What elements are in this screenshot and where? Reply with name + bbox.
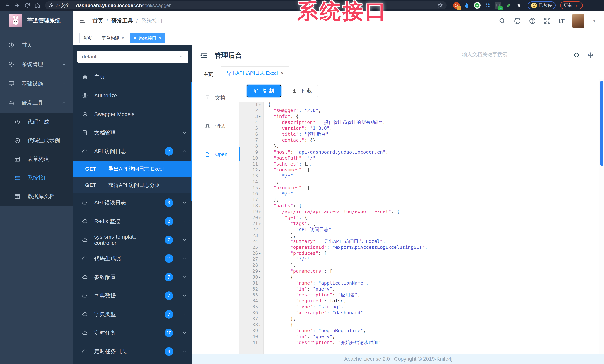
url-host[interactable]: dashboard.yudao.iocoder.cn [76, 3, 142, 8]
swagger-nav-字典类型[interactable]: 字典类型7 [73, 305, 192, 324]
fullscreen-icon[interactable] [544, 17, 551, 24]
code-line: 27 "*/*" [239, 256, 604, 262]
swagger-nav-定时任务[interactable]: 定时任务10 [73, 324, 192, 342]
sidebar-item-代码生成示例[interactable]: 代码生成示例 [0, 131, 73, 150]
ext-green-check-icon[interactable] [474, 2, 480, 9]
copy-button[interactable]: 复 制 [247, 85, 281, 97]
sidebar-menu: 首页系统管理基础设施研发工具代码生成代码生成示例表单构建系统接口数据库文档 [0, 30, 73, 364]
browser-home-button[interactable] [33, 1, 42, 10]
search-icon[interactable] [499, 17, 506, 24]
code-line: 37 }, [239, 316, 604, 322]
swagger-nav-label: 字典数据 [94, 292, 116, 300]
api-operation-获得API 访问日志分页[interactable]: GET获得API 访问日志分页 [73, 177, 192, 193]
ext-drop-icon[interactable] [463, 2, 470, 9]
code-text: "*/*" [263, 173, 293, 179]
bookmark-star-icon[interactable] [437, 3, 443, 8]
ext-orange-icon[interactable]: 1 [453, 2, 460, 9]
font-size-icon[interactable]: tT [559, 17, 565, 25]
swagger-nav-文档管理[interactable]: 文档管理 [73, 124, 192, 142]
collapse-menu-icon[interactable] [200, 51, 208, 59]
ext-cn-translate-icon[interactable]: cn [495, 2, 501, 9]
doc-title: 管理后台 [214, 51, 242, 60]
doc-tab-导出API 访问日志 Excel[interactable]: 导出API 访问日志 Excel× [221, 66, 289, 80]
code-text: "version": "1.0.0", [263, 125, 332, 131]
security-label[interactable]: 不安全 [56, 2, 70, 9]
swagger-nav-API 错误日志[interactable]: API 错误日志3 [73, 193, 192, 212]
doc-tab-主页[interactable]: 主页 [198, 69, 219, 80]
sidebar-item-代码生成[interactable]: 代码生成 [0, 113, 73, 131]
address-divider [73, 3, 73, 8]
swagger-nav-sys-sms-template-controller[interactable]: sys-sms-template-controller7 [73, 231, 192, 249]
license-footer: Apache License 2.0 | Copyright © 2019-Kn… [192, 354, 604, 364]
cloud-icon [82, 149, 88, 154]
api-operation-导出API 访问日志 Excel[interactable]: GET导出API 访问日志 Excel [73, 161, 192, 177]
breadcrumb-item[interactable]: 研发工具 [111, 17, 133, 25]
download-button[interactable]: 下 载 [286, 85, 318, 97]
sidebar-item-系统管理[interactable]: 系统管理 [0, 55, 73, 74]
tab-表单构建[interactable]: 表单构建× [98, 33, 128, 43]
sidebar-item-系统接口[interactable]: 系统接口 [0, 168, 73, 187]
chevron-up-icon [62, 101, 66, 105]
swagger-nav-定时任务日志[interactable]: 定时任务日志4 [73, 342, 192, 361]
sidebar-item-基础设施[interactable]: 基础设施 [0, 74, 73, 93]
code-text: "required": false, [263, 298, 346, 304]
user-avatar[interactable] [572, 13, 584, 28]
swagger-nav-Redis 监控[interactable]: Redis 监控2 [73, 212, 192, 231]
swagger-nav-主页[interactable]: 主页 [73, 68, 192, 86]
profile-paused-pill[interactable]: 已暂停 [528, 1, 556, 9]
api-count-badge: 4 [164, 347, 173, 356]
swagger-nav-label: sys-sms-template-controller [94, 234, 152, 246]
tab-label: 首页 [83, 35, 92, 41]
sidebar-item-数据库文档[interactable]: 数据库文档 [0, 187, 73, 206]
swagger-nav-API 访问日志[interactable]: API 访问日志2 [73, 142, 192, 161]
browser-forward-button[interactable] [13, 1, 22, 10]
user-menu-caret-icon[interactable]: ▼ [592, 18, 597, 24]
browser-reload-button[interactable] [23, 1, 32, 10]
main-scrollbar[interactable] [599, 79, 604, 354]
tab-close-icon[interactable]: × [122, 36, 124, 41]
sidebar-item-表单构建[interactable]: 表单构建 [0, 150, 73, 168]
app-logo[interactable]: 芋道管理系统 [0, 11, 73, 30]
ext-grid-icon[interactable] [484, 2, 491, 9]
chevron-down-icon [62, 62, 66, 67]
api-group-select[interactable]: default [77, 50, 188, 63]
ext-leaf-icon[interactable] [505, 2, 512, 9]
browser-back-button[interactable] [3, 1, 12, 10]
tab-close-icon[interactable]: × [159, 36, 161, 41]
swagger-nav-参数配置[interactable]: 参数配置7 [73, 268, 192, 287]
json-code-editor[interactable]: 1▾{2 "swagger": "2.0",3▾ "info": {4 "des… [239, 101, 604, 364]
swagger-nav-字典数据[interactable]: 字典数据7 [73, 287, 192, 305]
language-switch-icon[interactable]: 中 [588, 51, 594, 59]
swagger-nav-Swagger Models[interactable]: Swagger Models [73, 105, 192, 124]
github-icon[interactable] [514, 17, 521, 25]
breadcrumb-item[interactable]: 首页 [92, 17, 103, 25]
browser-menu-icon[interactable]: ⋮ [574, 3, 579, 8]
swagger-nav-label: 参数配置 [94, 273, 116, 281]
sidebar-item-研发工具[interactable]: 研发工具 [0, 93, 73, 113]
chevron-down-icon [182, 256, 187, 261]
rail-item-文档[interactable]: 文档 [192, 92, 239, 103]
swagger-nav-代码生成器[interactable]: 代码生成器11 [73, 249, 192, 268]
code-line: 36 "x-example": "dashboard" [239, 310, 604, 316]
ext-star-white-icon[interactable] [516, 2, 522, 9]
sidebar-item-label: 基础设施 [22, 80, 43, 88]
swagger-nav-岗位[interactable]: 岗位 [73, 361, 192, 364]
doc-search-icon[interactable] [573, 52, 580, 59]
code-line: 31 "name": "applicationName", [239, 280, 604, 286]
doc-search-input[interactable] [462, 50, 566, 61]
doc-tab-close-icon[interactable]: × [281, 70, 284, 76]
code-line: 38▾ { [239, 322, 604, 328]
sidebar-item-首页[interactable]: 首页 [0, 35, 73, 55]
rail-item-调试[interactable]: 调试 [192, 121, 239, 132]
code-line: 21▾ "tags": [ [239, 221, 604, 226]
help-icon[interactable] [529, 17, 536, 24]
swagger-scrollbar[interactable] [191, 82, 192, 201]
main-scrollbar-thumb[interactable] [600, 81, 604, 166]
browser-update-pill[interactable]: 更新 ⋮ [560, 1, 583, 9]
url-path[interactable]: /tool/swagger [142, 3, 171, 8]
swagger-nav-Authorize[interactable]: Authorize [73, 86, 192, 105]
tab-首页[interactable]: 首页 [79, 33, 95, 43]
hamburger-icon[interactable] [79, 17, 86, 25]
rail-item-Open[interactable]: Open [192, 149, 239, 160]
tab-系统接口[interactable]: 系统接口× [130, 33, 165, 43]
